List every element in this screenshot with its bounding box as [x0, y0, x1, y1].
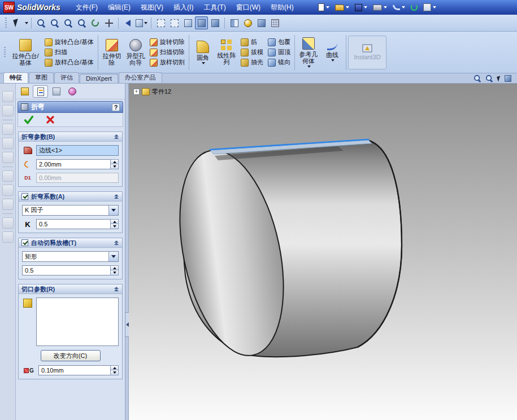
spinner-down-icon[interactable] — [110, 224, 119, 229]
draft-button[interactable]: 拔模 — [238, 47, 266, 57]
auto-relief-checkbox[interactable] — [21, 239, 28, 246]
extrude-cut-button[interactable]: 拉伸切除 — [100, 34, 124, 71]
instant3d-button[interactable]: Instant3D — [348, 36, 386, 69]
rib-button[interactable]: 筋 — [238, 37, 266, 47]
section-view-button[interactable] — [228, 16, 241, 29]
bend-parameters-header[interactable]: 折弯参数(B) — [19, 132, 122, 142]
hidden-lines-removed-button[interactable] — [181, 16, 194, 29]
spinner-up-icon[interactable] — [110, 265, 119, 270]
cancel-button[interactable] — [44, 114, 57, 125]
revolve-cut-button[interactable]: 旋转切除 — [147, 37, 187, 47]
hole-wizard-button[interactable]: 异型孔向导 — [124, 34, 147, 71]
spinner-down-icon[interactable] — [110, 370, 119, 375]
zoom-window-icon[interactable] — [485, 75, 493, 82]
ok-button[interactable] — [23, 114, 35, 125]
realview-button[interactable] — [241, 16, 254, 29]
wireframe-button[interactable] — [154, 16, 167, 29]
dropdown-arrow-icon[interactable] — [108, 252, 118, 261]
select-icon[interactable] — [497, 76, 502, 82]
zoom-selection-button[interactable] — [75, 16, 88, 29]
menu-tools[interactable]: 工具(T) — [198, 1, 231, 14]
toolbar-grip[interactable] — [5, 18, 7, 29]
left-toolbar-icon-9[interactable] — [2, 217, 14, 229]
configurationmanager-tab[interactable] — [49, 85, 64, 98]
display-style-icon[interactable] — [505, 75, 511, 82]
fillet-button[interactable]: 圆角 — [191, 34, 215, 71]
left-toolbar-icon-6[interactable] — [2, 170, 14, 182]
tab-dimxpert[interactable]: DimXpert — [80, 74, 118, 83]
tree-expander[interactable]: + — [133, 89, 140, 95]
shell-button[interactable]: 抽壳 — [238, 58, 266, 67]
left-toolbar-icon-5[interactable] — [2, 152, 14, 163]
menu-file[interactable]: 文件(F) — [71, 1, 103, 14]
extrude-boss-button[interactable]: 拉伸凸台/基体 — [8, 34, 42, 71]
help-button[interactable]: ? — [112, 103, 120, 111]
dropdown-arrow-icon[interactable] — [25, 22, 28, 24]
menu-view[interactable]: 视图(V) — [136, 1, 168, 14]
pan-button[interactable] — [102, 16, 115, 29]
menu-window[interactable]: 窗口(W) — [231, 1, 266, 14]
print-button[interactable] — [371, 1, 389, 14]
menu-insert[interactable]: 插入(I) — [168, 1, 198, 14]
bend-radius-field[interactable]: 2.00mm — [36, 159, 110, 169]
sweep-button[interactable]: 扫描 — [42, 47, 96, 57]
curves-button[interactable]: 曲线 — [320, 34, 344, 71]
spinner-down-icon[interactable] — [110, 164, 119, 169]
spinner-down-icon[interactable] — [110, 270, 119, 275]
left-toolbar-icon-1[interactable] — [2, 91, 14, 102]
model-view[interactable] — [129, 84, 517, 420]
hidden-lines-visible-button[interactable] — [168, 16, 181, 29]
tab-evaluate[interactable]: 评估 — [54, 72, 79, 83]
bend-allowance-checkbox[interactable] — [21, 193, 28, 200]
previous-view-button[interactable] — [121, 16, 134, 29]
shaded-with-edges-button[interactable] — [195, 16, 208, 29]
dome-button[interactable]: 圆顶 — [266, 47, 293, 57]
toolbar-grip[interactable] — [4, 47, 6, 58]
reference-geometry-button[interactable]: 参考几何体 — [297, 34, 320, 71]
zoom-area-button[interactable] — [48, 16, 61, 29]
left-toolbar-icon-7[interactable] — [2, 185, 14, 196]
tab-office-products[interactable]: 办公室产品 — [119, 72, 162, 83]
shaded-button[interactable] — [208, 16, 221, 29]
loft-button[interactable]: 放样凸台/基体 — [42, 58, 96, 67]
zoom-in-out-button[interactable] — [62, 16, 75, 29]
zoom-in-icon[interactable] — [473, 75, 481, 82]
rebuild-button[interactable] — [409, 1, 420, 14]
rip-edges-listbox[interactable] — [36, 298, 119, 346]
featuremanager-tab[interactable] — [17, 85, 32, 98]
bend-allowance-type-dropdown[interactable]: K 因子 — [22, 205, 119, 216]
mirror-button[interactable]: 镜向 — [266, 58, 293, 67]
edge-selection-field[interactable]: 边线<1> — [36, 145, 119, 156]
k-factor-field[interactable]: 0.5 — [36, 219, 110, 229]
left-toolbar-icon-3[interactable] — [2, 124, 14, 135]
dropdown-arrow-icon[interactable] — [108, 205, 118, 215]
left-toolbar-icon-8[interactable] — [2, 199, 14, 210]
spinner-up-icon[interactable] — [110, 219, 119, 224]
bend-allowance-header[interactable]: 折弯系数(A) — [19, 192, 122, 202]
spinner-up-icon[interactable] — [110, 159, 119, 164]
open-button[interactable] — [333, 1, 351, 14]
left-toolbar-icon-2[interactable] — [2, 105, 14, 116]
undo-button[interactable] — [390, 1, 407, 14]
sweep-cut-button[interactable]: 扫描切除 — [147, 47, 187, 57]
save-button[interactable] — [353, 1, 370, 14]
loft-cut-button[interactable]: 放样切割 — [147, 58, 187, 67]
tab-features[interactable]: 特征 — [3, 72, 28, 83]
grid-button[interactable] — [268, 16, 281, 29]
dimxpertmanager-tab[interactable] — [64, 85, 80, 98]
auto-relief-header[interactable]: 自动切释放槽(T) — [19, 238, 122, 248]
linear-pattern-button[interactable]: 线性阵列 — [215, 34, 238, 71]
options-button[interactable] — [421, 1, 438, 14]
rotate-view-button[interactable] — [89, 16, 102, 29]
relief-type-dropdown[interactable]: 矩形 — [22, 251, 119, 262]
wrap-button[interactable]: 包覆 — [266, 37, 293, 47]
select-tool-button[interactable] — [10, 16, 23, 29]
rip-parameters-header[interactable]: 切口参数(R) — [19, 285, 122, 294]
tab-sketch[interactable]: 草图 — [29, 72, 54, 83]
propertymanager-tab[interactable] — [33, 85, 48, 98]
zoom-fit-button[interactable] — [34, 16, 47, 29]
change-direction-button[interactable]: 改变方向(C) — [41, 350, 101, 361]
spinner-up-icon[interactable] — [110, 365, 119, 370]
relief-ratio-field[interactable]: 0.5 — [22, 265, 110, 275]
view-orientation-button[interactable] — [135, 16, 148, 29]
